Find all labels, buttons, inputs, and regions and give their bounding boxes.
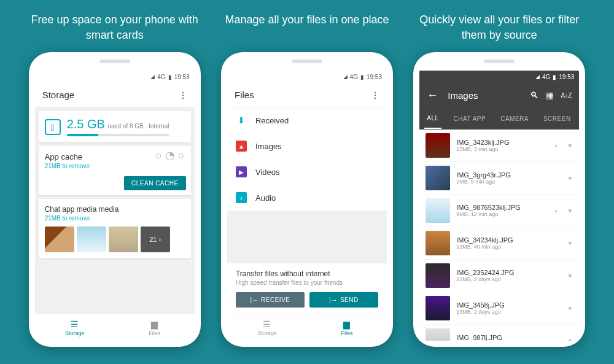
- sd-card-icon: ▪: [555, 207, 558, 214]
- nav-files[interactable]: ▆ Files: [115, 314, 195, 341]
- app-bar-images: ← Images 🔍︎ ▦ A↓Z: [419, 83, 579, 107]
- image-row[interactable]: IMG_3grg43r.JPG2MB, 5 min ago▼: [419, 162, 579, 195]
- category-audio[interactable]: ♪ Audio: [227, 185, 387, 211]
- media-thumb[interactable]: [45, 227, 74, 252]
- clean-cache-button[interactable]: CLEAN CACHE: [124, 176, 186, 190]
- bottom-nav: ☰ Storage ▆ Files: [227, 314, 387, 341]
- filter-tabs: ALL CHAT APP CAMERA SCREEN: [419, 107, 579, 130]
- image-row[interactable]: IMG_3423klj.JPG13MB, 3 min ago▪▼: [419, 130, 579, 162]
- category-received[interactable]: ⬇ Received: [227, 107, 387, 133]
- chevron-down-icon[interactable]: ▼: [567, 207, 573, 214]
- image-row[interactable]: IMG_9876523klj.JPG9MB, 12 min ago▪▼: [419, 195, 579, 227]
- receive-icon: |←: [250, 296, 258, 303]
- phone-mockup-images: ◢ 4G ▮ 19:53 ← Images 🔍︎ ▦ A↓Z ALL CHAT …: [413, 52, 585, 347]
- image-thumb: [426, 198, 450, 223]
- video-icon: ▶: [236, 166, 247, 177]
- search-icon[interactable]: 🔍︎: [530, 90, 538, 100]
- image-thumb: [426, 231, 450, 255]
- signal-icon: ◢: [535, 74, 540, 80]
- chevron-down-icon[interactable]: ▼: [567, 338, 573, 341]
- chat-media-card: Chat app media media 21MB to remove 21 ›: [39, 199, 191, 258]
- headline-files: Manage all your files in one place: [225, 12, 389, 43]
- media-thumb[interactable]: [77, 227, 106, 252]
- sort-icon[interactable]: A↓Z: [561, 92, 572, 99]
- folder-icon: ▆: [343, 319, 350, 329]
- headline-images: Quickly view all your files or filter th…: [407, 12, 591, 43]
- image-thumb: [426, 328, 450, 341]
- image-row[interactable]: IMG_3458j.JPG13MB, 2 days ago▼: [419, 292, 579, 325]
- overflow-icon[interactable]: ⋮: [371, 90, 379, 100]
- image-row[interactable]: IMG_34234klj.JPG13MB, 40 min ago▼: [419, 227, 579, 260]
- status-bar: ◢ 4G ▮ 19:53: [419, 71, 579, 83]
- transfer-title: Transfer files without internet: [236, 269, 378, 278]
- bottom-nav: ☰ Storage ▆ Files: [35, 314, 195, 341]
- battery-icon: ▮: [360, 74, 364, 80]
- tab-camera[interactable]: CAMERA: [498, 109, 531, 128]
- chevron-down-icon[interactable]: ▼: [567, 175, 573, 182]
- chevron-down-icon[interactable]: ▼: [567, 142, 573, 149]
- image-row[interactable]: IMG_2352424.JPG13MB, 2 days ago▼: [419, 260, 579, 292]
- signal-icon: ◢: [343, 74, 348, 80]
- media-more-button[interactable]: 21 ›: [141, 227, 170, 252]
- send-icon: |→: [329, 296, 338, 303]
- image-thumb: [426, 296, 450, 320]
- nav-storage[interactable]: ☰ Storage: [35, 314, 115, 341]
- battery-icon: ▮: [168, 74, 172, 80]
- device-icon: ▯: [45, 119, 61, 135]
- app-bar-storage: Storage ⋮: [35, 83, 195, 107]
- grid-icon[interactable]: ▦: [546, 90, 554, 100]
- receive-button[interactable]: |←RECEIVE: [236, 292, 305, 308]
- back-icon[interactable]: ←: [427, 89, 438, 102]
- category-images[interactable]: ▲ Images: [227, 133, 387, 159]
- status-bar: ◢ 4G ▮ 19:53: [35, 71, 195, 83]
- chevron-down-icon[interactable]: ▼: [567, 273, 573, 279]
- status-bar: ◢ 4G ▮ 19:53: [227, 71, 387, 83]
- image-thumb: [426, 133, 450, 158]
- chevron-down-icon[interactable]: ▼: [567, 305, 573, 312]
- image-row[interactable]: IMG_987lj.JPG13MB, 4 days ago▼: [419, 325, 579, 341]
- nav-storage[interactable]: ☰ Storage: [227, 314, 307, 341]
- tab-chat-app[interactable]: CHAT APP: [451, 109, 489, 128]
- image-icon: ▲: [236, 141, 247, 152]
- nav-files[interactable]: ▆ Files: [307, 314, 387, 341]
- send-button[interactable]: |→SEND: [309, 292, 378, 308]
- app-cache-card: ○ ◔ ○ App cache 21MB to remove CLEAN CAC…: [39, 146, 191, 195]
- audio-icon: ♪: [236, 192, 247, 203]
- overflow-icon[interactable]: ⋮: [179, 90, 187, 100]
- page-title: Storage: [42, 90, 171, 100]
- storage-summary-card[interactable]: ▯ 2.5 GB used of 8 GB · Internal: [39, 111, 191, 142]
- bubbles-illustration: ○ ◔ ○: [155, 149, 185, 162]
- page-title: Files: [235, 90, 363, 100]
- chevron-down-icon[interactable]: ▼: [567, 240, 573, 247]
- phone-mockup-files: ◢ 4G ▮ 19:53 Files ⋮ ⬇ Received ▲ Images: [221, 52, 393, 347]
- phone-mockup-storage: ◢ 4G ▮ 19:53 Storage ⋮ ▯ 2.5 GB used of …: [29, 52, 201, 347]
- image-thumb: [426, 166, 450, 190]
- media-thumb[interactable]: [109, 227, 138, 252]
- page-title: Images: [448, 90, 522, 101]
- category-videos[interactable]: ▶ Videos: [227, 159, 387, 185]
- storage-icon: ☰: [263, 319, 271, 329]
- headline-storage: Free up space on your phone with smart c…: [23, 12, 207, 43]
- storage-icon: ☰: [71, 319, 79, 329]
- sd-card-icon: ▪: [555, 142, 558, 149]
- tab-screen[interactable]: SCREEN: [541, 109, 573, 128]
- folder-icon: ▆: [151, 319, 158, 329]
- battery-icon: ▮: [553, 74, 556, 80]
- tab-all[interactable]: ALL: [424, 109, 441, 129]
- app-bar-files: Files ⋮: [227, 83, 387, 107]
- signal-icon: ◢: [150, 74, 155, 80]
- received-icon: ⬇: [236, 115, 247, 126]
- usage-bar: [67, 134, 99, 136]
- image-thumb: [426, 263, 450, 288]
